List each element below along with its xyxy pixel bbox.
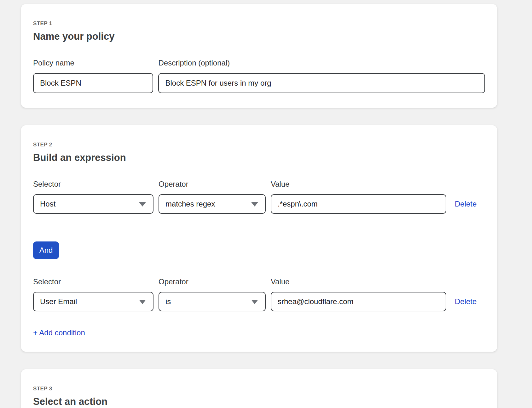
chevron-down-icon — [251, 300, 258, 304]
condition1-selector-value: Host — [40, 200, 55, 208]
value-label: Value — [271, 277, 446, 286]
condition2-value-group: Value — [271, 277, 446, 311]
condition1-value-input[interactable] — [271, 194, 446, 214]
condition1-operator-group: Operator matches regex — [159, 180, 266, 214]
condition2-selector-dropdown[interactable]: User Email — [33, 292, 153, 311]
condition2-selector-group: Selector User Email — [33, 277, 153, 311]
step1-fields-row: Policy name Description (optional) — [33, 59, 485, 93]
step3-label: STEP 3 — [33, 386, 485, 392]
step3-card: STEP 3 Select an action — [21, 369, 497, 408]
step1-title: Name your policy — [33, 31, 485, 42]
condition-row-1: Selector Host Operator matches regex Val… — [33, 180, 485, 214]
condition2-selector-value: User Email — [40, 297, 77, 306]
step1-card: STEP 1 Name your policy Policy name Desc… — [21, 4, 497, 108]
step2-card: STEP 2 Build an expression Selector Host… — [21, 125, 497, 352]
description-field-group: Description (optional) — [158, 59, 485, 93]
condition1-selector-group: Selector Host — [33, 180, 153, 214]
value-label: Value — [271, 180, 446, 189]
operator-label: Operator — [159, 277, 266, 286]
condition2-delete-link[interactable]: Delete — [455, 297, 477, 306]
condition1-delete-link[interactable]: Delete — [455, 200, 477, 208]
condition2-operator-dropdown[interactable]: is — [159, 292, 266, 311]
step2-title: Build an expression — [33, 152, 485, 163]
condition1-value-group: Value — [271, 180, 446, 214]
step2-label: STEP 2 — [33, 142, 485, 148]
condition1-operator-value: matches regex — [165, 200, 215, 208]
add-condition-link[interactable]: + Add condition — [33, 328, 85, 337]
policy-name-input[interactable] — [33, 73, 153, 93]
condition2-operator-value: is — [165, 297, 171, 306]
condition2-value-input[interactable] — [271, 292, 446, 311]
and-button[interactable]: And — [33, 241, 59, 259]
chevron-down-icon — [139, 202, 146, 207]
condition1-operator-dropdown[interactable]: matches regex — [159, 194, 266, 214]
operator-label: Operator — [159, 180, 266, 189]
description-label: Description (optional) — [158, 59, 485, 67]
selector-label: Selector — [33, 180, 153, 189]
policy-name-label: Policy name — [33, 59, 153, 67]
condition1-selector-dropdown[interactable]: Host — [33, 194, 153, 214]
step1-label: STEP 1 — [33, 20, 485, 27]
description-input[interactable] — [158, 73, 485, 93]
selector-label: Selector — [33, 277, 153, 286]
policy-name-field-group: Policy name — [33, 59, 153, 93]
policy-builder: STEP 1 Name your policy Policy name Desc… — [21, 4, 497, 408]
chevron-down-icon — [139, 300, 146, 304]
condition2-operator-group: Operator is — [159, 277, 266, 311]
chevron-down-icon — [251, 202, 258, 207]
step3-title: Select an action — [33, 396, 485, 407]
condition-row-2: Selector User Email Operator is Value De… — [33, 277, 485, 311]
